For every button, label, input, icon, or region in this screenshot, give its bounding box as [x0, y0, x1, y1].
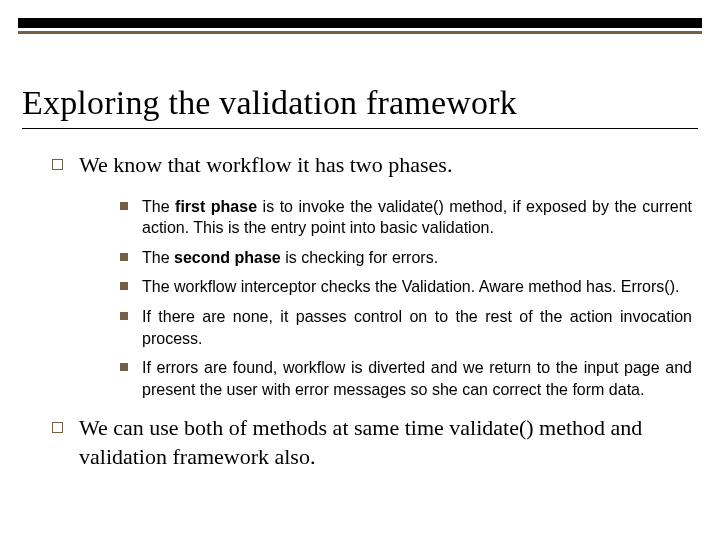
list-item: The workflow interceptor checks the Vali… [22, 276, 698, 298]
list-item: We can use both of methods at same time … [22, 414, 698, 471]
level1-text: We can use both of methods at same time … [79, 414, 698, 471]
level2-text: The workflow interceptor checks the Vali… [142, 276, 692, 298]
decorative-top-bars [18, 18, 702, 36]
level1-list: We can use both of methods at same time … [22, 414, 698, 471]
level2-text: If errors are found, workflow is diverte… [142, 357, 692, 400]
square-outline-bullet-icon [52, 422, 63, 433]
bold-span: second phase [174, 249, 281, 266]
level2-list: The first phase is to invoke the validat… [22, 196, 698, 401]
top-bar-thin [18, 31, 702, 34]
list-item: We know that workflow it has two phases. [22, 151, 698, 180]
top-bar-thick [18, 18, 702, 28]
square-filled-bullet-icon [120, 363, 128, 371]
square-filled-bullet-icon [120, 202, 128, 210]
list-item: The first phase is to invoke the validat… [22, 196, 698, 239]
level1-list: We know that workflow it has two phases. [22, 151, 698, 180]
square-outline-bullet-icon [52, 159, 63, 170]
level2-text: If there are none, it passes control on … [142, 306, 692, 349]
title-underline [22, 128, 698, 129]
level1-text: We know that workflow it has two phases. [79, 151, 698, 180]
bold-span: first phase [175, 198, 257, 215]
list-item: The second phase is checking for errors. [22, 247, 698, 269]
square-filled-bullet-icon [120, 253, 128, 261]
level2-text: The second phase is checking for errors. [142, 247, 692, 269]
slide-title: Exploring the validation framework [22, 84, 698, 122]
square-filled-bullet-icon [120, 312, 128, 320]
list-item: If errors are found, workflow is diverte… [22, 357, 698, 400]
square-filled-bullet-icon [120, 282, 128, 290]
level2-text: The first phase is to invoke the validat… [142, 196, 692, 239]
slide-content: Exploring the validation framework We kn… [22, 84, 698, 488]
list-item: If there are none, it passes control on … [22, 306, 698, 349]
text-span: is checking for errors. [285, 249, 438, 266]
